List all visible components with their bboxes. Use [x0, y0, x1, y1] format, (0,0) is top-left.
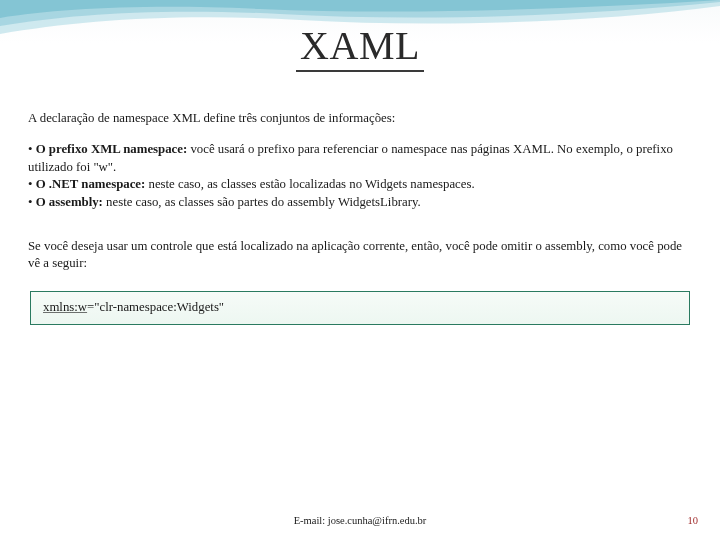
bullet-marker: •	[28, 177, 36, 191]
bullet-item: • O prefixo XML namespace: você usará o …	[28, 141, 692, 176]
bullet-marker: •	[28, 195, 36, 209]
intro-text: A declaração de namespace XML define trê…	[28, 110, 692, 128]
bullet-lead: O assembly:	[36, 195, 103, 209]
note-text: Se você deseja usar um controle que está…	[28, 238, 692, 273]
bullet-item: • O .NET namespace: neste caso, as class…	[28, 176, 692, 194]
bullet-lead: O prefixo XML namespace:	[36, 142, 188, 156]
slide-title: XAML	[0, 0, 720, 69]
code-xmlns-label: xmlns:w	[43, 300, 87, 314]
bullet-rest: neste caso, as classes estão localizadas…	[145, 177, 474, 191]
bullet-rest: neste caso, as classes são partes do ass…	[103, 195, 421, 209]
bullet-list: • O prefixo XML namespace: você usará o …	[28, 141, 692, 212]
bullet-marker: •	[28, 142, 36, 156]
content-area: A declaração de namespace XML define trê…	[0, 72, 720, 325]
bullet-lead: O .NET namespace:	[36, 177, 146, 191]
footer-email: E-mail: jose.cunha@ifrn.edu.br	[22, 515, 698, 526]
code-box: xmlns:w="clr-namespace:Widgets"	[30, 291, 690, 325]
bullet-item: • O assembly: neste caso, as classes são…	[28, 194, 692, 212]
code-value: ="clr-namespace:Widgets"	[87, 300, 224, 314]
page-number: 10	[688, 515, 699, 526]
footer: E-mail: jose.cunha@ifrn.edu.br 10	[0, 515, 720, 526]
